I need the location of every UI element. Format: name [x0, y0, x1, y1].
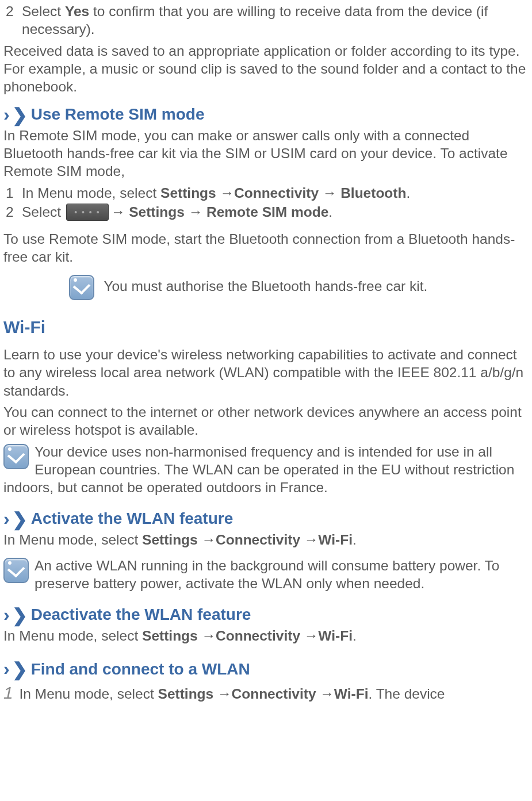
text: In Menu mode, select: [3, 532, 142, 547]
chevron-icon: ›❯: [3, 657, 28, 681]
heading-text: Use Remote SIM mode: [31, 104, 205, 125]
paragraph-remote: In Remote SIM mode, you can make or answ…: [3, 127, 530, 181]
step-number: 2: [6, 203, 22, 221]
step-number-italic: 1: [3, 683, 13, 702]
path: Settings →Connectivity →Wi-Fi: [158, 686, 369, 702]
step-text: Select → Settings → Remote SIM mode.: [22, 203, 530, 222]
bold-yes: Yes: [65, 3, 89, 19]
step-text: In Menu mode, select Settings →Connectiv…: [22, 184, 530, 202]
remote-step-1: 1 In Menu mode, select Settings →Connect…: [3, 184, 530, 202]
heading-activate: ›❯Activate the WLAN feature: [3, 507, 530, 531]
heading-wifi: Wi-Fi: [3, 316, 530, 338]
text: to confirm that you are willing to recei…: [22, 3, 488, 37]
heading-text: Find and connect to a WLAN: [31, 659, 250, 680]
text: Select: [22, 3, 65, 19]
step-number: 1: [6, 184, 22, 202]
path: Settings →Connectivity → Bluetooth: [160, 185, 406, 201]
step-2: 2 Select Yes to confirm that you are wil…: [3, 2, 530, 39]
text: .: [353, 532, 357, 547]
find-step-1: 1 In Menu mode, select Settings →Connect…: [3, 682, 530, 704]
heading-deactivate: ›❯Deactivate the WLAN feature: [3, 603, 530, 627]
menu-button-icon: [66, 204, 109, 221]
step-text: Select Yes to confirm that you are willi…: [22, 2, 530, 39]
text: In Menu mode, select: [16, 686, 158, 702]
note-icon: [3, 558, 29, 583]
note-icon: [3, 444, 29, 469]
note-text: An active WLAN running in the background…: [35, 558, 499, 591]
note-text: Your device uses non-harmonised frequenc…: [3, 444, 514, 496]
text: .: [353, 628, 357, 643]
chevron-icon: ›❯: [3, 507, 28, 531]
heading-text: Deactivate the WLAN feature: [31, 604, 251, 625]
path: → Settings → Remote SIM mode: [111, 204, 328, 220]
heading-remote-sim: ›❯Use Remote SIM mode: [3, 103, 530, 127]
note-text: You must authorise the Bluetooth hands-f…: [104, 279, 427, 294]
note-icon: [69, 275, 94, 300]
paragraph-activate: In Menu mode, select Settings →Connectiv…: [3, 531, 530, 549]
paragraph-remote-use: To use Remote SIM mode, start the Blueto…: [3, 230, 530, 266]
text: .: [406, 185, 410, 201]
paragraph-wifi-2: You can connect to the internet or other…: [3, 403, 530, 439]
text: Select: [22, 204, 65, 220]
heading-find-connect: ›❯Find and connect to a WLAN: [3, 657, 530, 681]
paragraph-wifi-1: Learn to use your device's wireless netw…: [3, 346, 530, 400]
path: Settings →Connectivity →Wi-Fi: [142, 532, 353, 547]
chevron-icon: ›❯: [3, 603, 28, 627]
text: .: [328, 204, 332, 220]
path: Settings →Connectivity →Wi-Fi: [142, 628, 353, 643]
chevron-icon: ›❯: [3, 103, 28, 127]
note-authorise: You must authorise the Bluetooth hands-f…: [3, 275, 530, 300]
remote-step-2: 2 Select → Settings → Remote SIM mode.: [3, 203, 530, 222]
paragraph-deactivate: In Menu mode, select Settings →Connectiv…: [3, 627, 530, 645]
step-number: 2: [6, 2, 22, 20]
heading-text: Activate the WLAN feature: [31, 508, 234, 529]
note-battery: An active WLAN running in the background…: [3, 557, 530, 593]
text: . The device: [368, 686, 445, 702]
paragraph-received: Received data is saved to an appropriate…: [3, 42, 530, 96]
text: In Menu mode, select: [22, 185, 160, 201]
text: In Menu mode, select: [3, 628, 142, 643]
note-frequency: Your device uses non-harmonised frequenc…: [3, 443, 530, 497]
